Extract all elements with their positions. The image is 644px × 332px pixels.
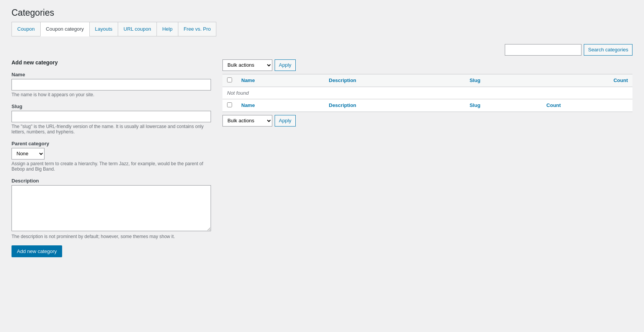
tab-url-coupon[interactable]: URL coupon (118, 22, 157, 36)
not-found-text: Not found (222, 87, 632, 99)
tab-coupon[interactable]: Coupon (12, 22, 41, 36)
header-description[interactable]: Description (324, 74, 465, 87)
select-all-checkbox-footer[interactable] (227, 102, 232, 107)
name-field: Name The name is how it appears on your … (12, 72, 211, 97)
slug-input[interactable] (12, 111, 211, 122)
form-title: Add new category (12, 59, 211, 66)
description-field: Description The description is not promi… (12, 178, 211, 239)
categories-table: Name Description Slug Count Not found (222, 74, 632, 112)
slug-field: Slug The "slug" is the URL-friendly vers… (12, 104, 211, 135)
search-input[interactable] (505, 44, 581, 56)
parent-hint: Assign a parent term to create a hierarc… (12, 161, 211, 172)
apply-button-bottom[interactable]: Apply (275, 115, 296, 127)
description-textarea[interactable] (12, 185, 211, 231)
slug-label: Slug (12, 104, 211, 109)
tab-layouts[interactable]: Layouts (89, 22, 119, 36)
main-layout: Add new category Name The name is how it… (12, 59, 632, 257)
add-new-category-button[interactable]: Add new category (12, 245, 62, 257)
header-checkbox-cell (222, 74, 237, 87)
search-categories-button[interactable]: Search categories (584, 44, 632, 56)
table-header-row: Name Description Slug Count (222, 74, 632, 87)
nav-tabs: Coupon Coupon category Layouts URL coupo… (12, 22, 632, 36)
not-found-row: Not found (222, 87, 632, 99)
tab-help[interactable]: Help (156, 22, 178, 36)
name-input[interactable] (12, 79, 211, 90)
bulk-actions-select-bottom[interactable]: Bulk actions (222, 115, 272, 127)
add-category-form: Add new category Name The name is how it… (12, 59, 211, 257)
table-area: Bulk actions Apply Name Description Slug… (222, 59, 632, 130)
parent-category-select[interactable]: None (12, 148, 44, 159)
tab-free-vs-pro[interactable]: Free vs. Pro (178, 22, 217, 36)
bulk-bar-top: Bulk actions Apply (222, 59, 632, 71)
parent-category-label: Parent category (12, 141, 211, 146)
bulk-actions-select-top[interactable]: Bulk actions (222, 59, 272, 71)
footer-slug[interactable]: Slug (465, 99, 542, 112)
header-slug[interactable]: Slug (465, 74, 542, 87)
header-count[interactable]: Count (542, 74, 632, 87)
name-hint: The name is how it appears on your site. (12, 92, 211, 97)
table-footer-row: Name Description Slug Count (222, 99, 632, 112)
description-label: Description (12, 178, 211, 184)
footer-checkbox-cell (222, 99, 237, 112)
bulk-bar-bottom: Bulk actions Apply (222, 115, 632, 127)
footer-count[interactable]: Count (542, 99, 632, 112)
slug-hint: The "slug" is the URL-friendly version o… (12, 124, 211, 135)
footer-name[interactable]: Name (237, 99, 324, 112)
header-name[interactable]: Name (237, 74, 324, 87)
tab-coupon-category[interactable]: Coupon category (40, 22, 90, 36)
footer-description[interactable]: Description (324, 99, 465, 112)
page-title: Categories (12, 8, 632, 18)
apply-button-top[interactable]: Apply (275, 59, 296, 71)
description-hint: The description is not prominent by defa… (12, 234, 211, 239)
select-all-checkbox[interactable] (227, 77, 232, 82)
search-row: Search categories (12, 44, 632, 56)
name-label: Name (12, 72, 211, 77)
parent-category-field: Parent category None Assign a parent ter… (12, 141, 211, 172)
